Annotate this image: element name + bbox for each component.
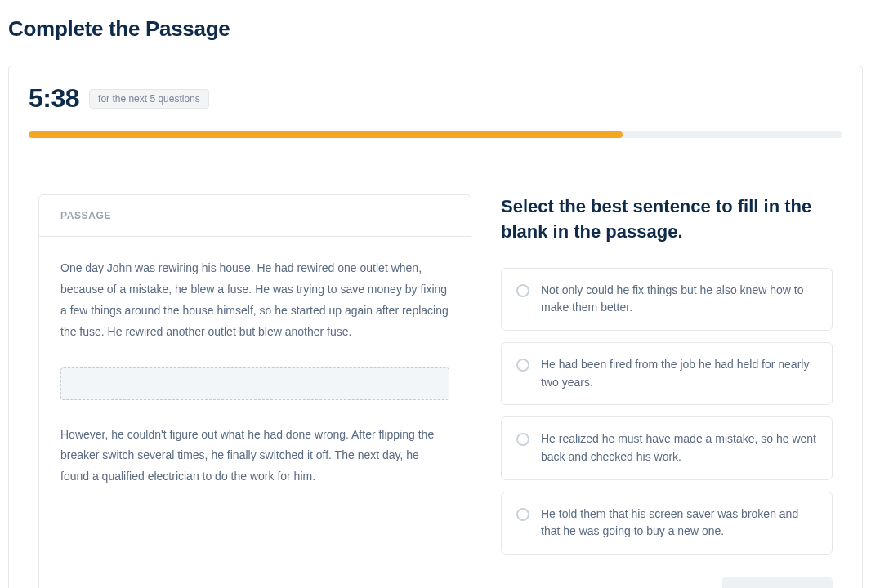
timer-row: 5:38 for the next 5 questions (29, 83, 842, 114)
progress-bar (29, 131, 842, 138)
option-text: He told them that his screen saver was b… (541, 506, 817, 541)
question-prompt: Select the best sentence to fill in the … (501, 194, 833, 245)
passage-label: PASSAGE (60, 210, 449, 221)
passage-blank[interactable] (60, 368, 449, 400)
progress-fill (29, 131, 623, 138)
answer-option-3[interactable]: He realized he must have made a mistake,… (501, 416, 833, 479)
next-button[interactable]: NEXT (722, 577, 833, 588)
option-text: Not only could he fix things but he also… (541, 282, 817, 317)
radio-icon (516, 508, 529, 521)
passage-text-before: One day John was rewiring his house. He … (60, 258, 449, 343)
option-text: He had been fired from the job he had he… (541, 356, 817, 391)
option-text: He realized he must have made a mistake,… (541, 430, 817, 466)
radio-icon (516, 433, 529, 446)
radio-icon (516, 284, 529, 297)
answer-option-4[interactable]: He told them that his screen saver was b… (501, 492, 833, 555)
radio-icon (516, 359, 529, 372)
timer-hint: for the next 5 questions (89, 89, 209, 109)
answer-option-2[interactable]: He had been fired from the job he had he… (501, 342, 833, 405)
timer-value: 5:38 (29, 83, 79, 114)
passage-panel: PASSAGE One day John was rewiring his ho… (38, 194, 471, 588)
answer-option-1[interactable]: Not only could he fix things but he also… (501, 268, 833, 331)
passage-text-after: However, he couldn't figure out what he … (60, 425, 449, 488)
page-title: Complete the Passage (8, 16, 863, 42)
quiz-card: 5:38 for the next 5 questions PASSAGE On… (8, 65, 863, 588)
